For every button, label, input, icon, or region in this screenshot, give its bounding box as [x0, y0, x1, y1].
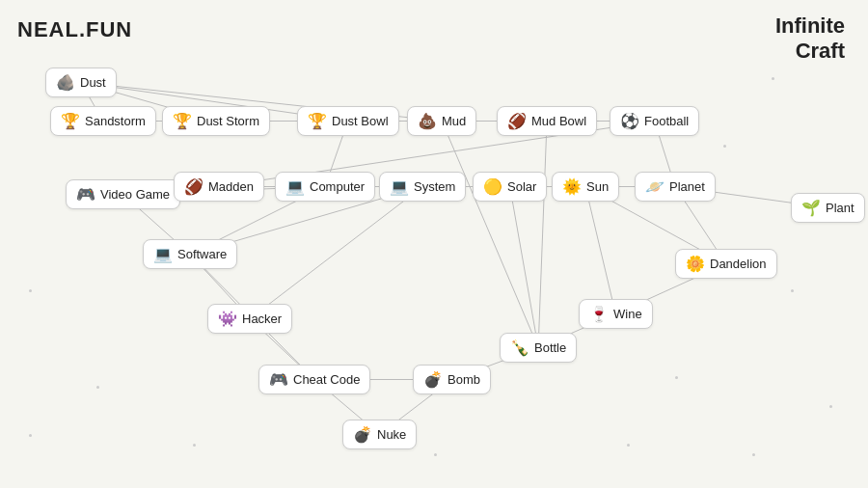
node-label: Football	[644, 114, 689, 128]
node-label: Madden	[208, 179, 254, 194]
connection-line	[585, 187, 615, 314]
node-emoji: 🎮	[76, 185, 95, 203]
node-label: Dust	[80, 75, 106, 90]
decorative-dot	[752, 453, 755, 456]
connections-svg	[0, 0, 868, 488]
node-label: Computer	[310, 179, 365, 194]
node-emoji: 🪨	[56, 73, 75, 92]
site-logo: NEAL.FUN	[17, 17, 132, 42]
node-emoji: 🏆	[173, 112, 192, 130]
craft-node-hacker[interactable]: 👾Hacker	[207, 304, 292, 334]
node-label: Hacker	[242, 312, 282, 326]
decorative-dot	[723, 145, 726, 148]
node-label: Dust Storm	[197, 114, 259, 128]
craft-node-mud[interactable]: 💩Mud	[407, 106, 476, 136]
app-logo: Infinite Craft	[775, 14, 845, 65]
craft-node-dust[interactable]: 🪨Dust	[45, 68, 117, 97]
decorative-dot	[772, 77, 774, 80]
node-emoji: 🍷	[589, 305, 609, 323]
node-label: Video Game	[100, 187, 170, 202]
node-label: Dandelion	[710, 257, 767, 271]
node-emoji: 🟡	[483, 177, 502, 196]
decorative-dot	[791, 289, 794, 292]
craft-node-sun[interactable]: 🌞Sun	[552, 172, 619, 202]
node-emoji: 🌞	[562, 177, 582, 196]
craft-node-cheat_code[interactable]: 🎮Cheat Code	[258, 365, 370, 394]
craft-node-bomb[interactable]: 💣Bomb	[413, 365, 491, 394]
app-logo-line2: Craft	[796, 39, 845, 63]
app-logo-line1: Infinite	[775, 14, 845, 38]
connection-line	[538, 122, 547, 348]
decorative-dot	[434, 453, 437, 456]
node-emoji: 🏈	[507, 112, 527, 130]
craft-node-plant[interactable]: 🌱Plant	[791, 193, 865, 223]
craft-node-solar[interactable]: 🟡Solar	[473, 172, 547, 202]
decorative-dot	[627, 444, 630, 447]
node-emoji: ⚽	[620, 112, 639, 130]
decorative-dot	[193, 444, 196, 447]
craft-node-dust_bowl[interactable]: 🏆Dust Bowl	[297, 106, 399, 136]
connection-line	[250, 187, 422, 319]
node-emoji: 🌱	[801, 199, 821, 217]
connection-line	[510, 187, 538, 348]
node-label: Nuke	[377, 427, 406, 442]
node-emoji: 💻	[390, 177, 409, 196]
craft-node-video_game[interactable]: 🎮Video Game	[66, 179, 180, 209]
node-label: System	[414, 179, 455, 194]
craft-node-planet[interactable]: 🪐Planet	[635, 172, 716, 202]
node-emoji: 🏈	[184, 177, 203, 196]
decorative-dot	[29, 289, 32, 292]
node-label: Cheat Code	[293, 372, 360, 387]
craft-node-madden[interactable]: 🏈Madden	[174, 172, 264, 202]
connection-line	[442, 122, 538, 348]
decorative-dot	[675, 376, 678, 379]
node-emoji: 🏆	[308, 112, 327, 130]
craft-node-wine[interactable]: 🍷Wine	[579, 299, 653, 329]
craft-node-dandelion[interactable]: 🌼Dandelion	[675, 249, 777, 279]
node-label: Sandstorm	[85, 114, 146, 128]
node-label: Bomb	[448, 372, 480, 387]
craft-node-mud_bowl[interactable]: 🏈Mud Bowl	[497, 106, 597, 136]
node-label: Plant	[826, 201, 854, 215]
node-emoji: 💻	[153, 245, 173, 263]
node-label: Sun	[586, 179, 609, 194]
node-label: Planet	[669, 179, 705, 194]
node-emoji: 👾	[218, 310, 237, 328]
node-label: Wine	[613, 307, 642, 321]
craft-node-system[interactable]: 💻System	[379, 172, 466, 202]
node-emoji: 💩	[418, 112, 437, 130]
decorative-dot	[96, 386, 99, 389]
craft-node-software[interactable]: 💻Software	[143, 239, 237, 269]
node-label: Solar	[507, 179, 536, 194]
decorative-dot	[829, 405, 832, 408]
node-label: Software	[177, 247, 227, 261]
craft-node-bottle[interactable]: 🍾Bottle	[500, 333, 577, 363]
craft-node-football[interactable]: ⚽Football	[610, 106, 699, 136]
craft-node-nuke[interactable]: 💣Nuke	[342, 420, 417, 449]
node-emoji: 🌼	[686, 255, 705, 273]
node-emoji: 💣	[353, 425, 372, 444]
node-emoji: 💣	[423, 370, 443, 389]
node-label: Bottle	[534, 340, 566, 355]
node-emoji: 🍾	[510, 339, 529, 357]
node-label: Mud Bowl	[531, 114, 586, 128]
node-emoji: 🏆	[61, 112, 80, 130]
node-emoji: 💻	[285, 177, 305, 196]
decorative-dot	[29, 434, 32, 437]
craft-node-dust_storm[interactable]: 🏆Dust Storm	[162, 106, 270, 136]
craft-node-sandstorm[interactable]: 🏆Sandstorm	[50, 106, 156, 136]
node-label: Mud	[442, 114, 466, 128]
node-emoji: 🎮	[269, 370, 288, 389]
node-emoji: 🪐	[645, 177, 665, 196]
craft-node-computer[interactable]: 💻Computer	[275, 172, 375, 202]
node-label: Dust Bowl	[332, 114, 389, 128]
